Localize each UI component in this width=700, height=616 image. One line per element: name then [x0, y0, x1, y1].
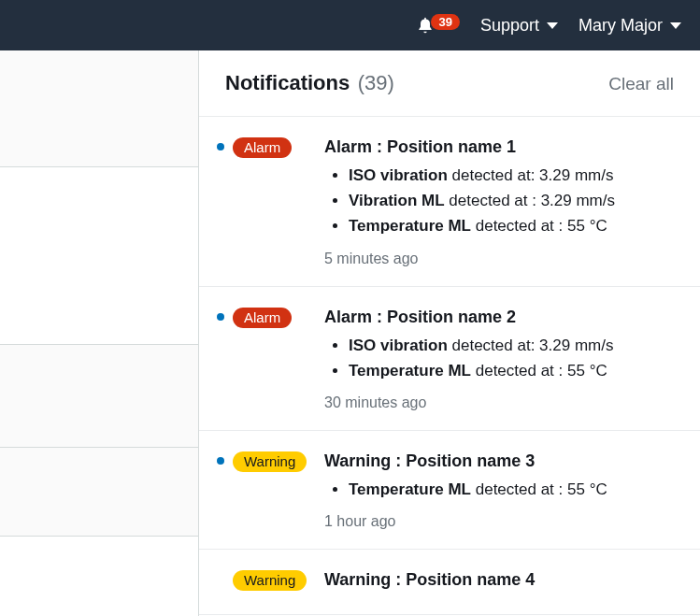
notification-details-list: ISO vibration detected at: 3.29 mm/sTemp… — [324, 333, 683, 383]
notification-timestamp: 30 minutes ago — [324, 394, 683, 411]
notification-detail: Vibration ML detected at : 3.29 mm/s — [349, 188, 683, 213]
user-menu[interactable]: Mary Major — [579, 16, 681, 36]
unread-indicator-column — [208, 451, 233, 530]
clear-all-button[interactable]: Clear all — [608, 74, 674, 94]
notification-item[interactable]: AlarmAlarm : Position name 1ISO vibratio… — [199, 117, 700, 287]
unread-indicator-column — [208, 570, 233, 595]
chevron-down-icon — [547, 22, 558, 29]
support-menu[interactable]: Support — [480, 16, 558, 36]
chevron-down-icon — [670, 22, 681, 29]
notifications-bell[interactable]: 39 — [416, 16, 459, 35]
notification-detail: ISO vibration detected at: 3.29 mm/s — [349, 163, 683, 188]
sidebar-section — [0, 167, 198, 345]
badge-column: Warning — [233, 570, 324, 595]
notifications-panel: Notifications (39) Clear all AlarmAlarm … — [198, 50, 700, 616]
notification-item[interactable]: AlarmAlarm : Position name 2ISO vibratio… — [199, 287, 700, 431]
notification-content: Warning : Position name 3Temperature ML … — [324, 451, 683, 530]
notification-timestamp: 5 minutes ago — [324, 251, 683, 267]
metric-value: detected at : 55 °C — [471, 480, 607, 498]
panel-count: (39) — [358, 71, 394, 94]
unread-dot-icon — [217, 313, 224, 321]
notification-title: Alarm : Position name 1 — [324, 137, 683, 157]
metric-name: ISO vibration — [349, 337, 448, 354]
top-navigation-bar: 39 Support Mary Major — [0, 0, 700, 50]
unread-dot-icon — [217, 143, 224, 150]
metric-value: detected at : 3.29 mm/s — [445, 192, 615, 209]
metric-name: Temperature ML — [349, 480, 471, 498]
support-label: Support — [480, 16, 539, 36]
panel-header: Notifications (39) Clear all — [199, 50, 700, 117]
notification-title: Warning : Position name 4 — [324, 570, 683, 590]
unread-indicator-column — [208, 308, 233, 411]
sidebar — [0, 50, 198, 616]
badge-column: Warning — [233, 451, 324, 530]
notification-detail: Temperature ML detected at : 55 °C — [349, 213, 683, 238]
alarm-badge: Alarm — [233, 308, 292, 328]
notification-count-badge: 39 — [431, 14, 459, 30]
badge-column: Alarm — [233, 137, 324, 267]
notification-title: Alarm : Position name 2 — [324, 308, 683, 327]
metric-value: detected at : 55 °C — [471, 362, 607, 380]
metric-name: Temperature ML — [349, 362, 471, 380]
notification-item[interactable]: WarningWarning : Position name 4 — [199, 550, 700, 615]
notification-detail: Temperature ML detected at : 55 °C — [349, 477, 683, 502]
sidebar-section — [0, 448, 198, 537]
user-label: Mary Major — [579, 16, 663, 36]
panel-title: Notifications — [225, 71, 350, 94]
warning-badge: Warning — [233, 451, 307, 472]
metric-name: Vibration ML — [349, 192, 445, 209]
metric-value: detected at: 3.29 mm/s — [448, 337, 614, 354]
notification-detail: ISO vibration detected at: 3.29 mm/s — [349, 333, 683, 358]
metric-name: ISO vibration — [349, 166, 448, 184]
alarm-badge: Alarm — [233, 137, 292, 158]
notification-detail: Temperature ML detected at : 55 °C — [349, 358, 683, 383]
notification-title: Warning : Position name 3 — [324, 451, 683, 471]
notification-list: AlarmAlarm : Position name 1ISO vibratio… — [199, 117, 700, 615]
notification-details-list: ISO vibration detected at: 3.29 mm/sVibr… — [324, 163, 683, 239]
notification-item[interactable]: WarningWarning : Position name 3Temperat… — [199, 431, 700, 550]
metric-value: detected at : 55 °C — [471, 217, 607, 235]
badge-column: Alarm — [233, 308, 324, 411]
notification-details-list: Temperature ML detected at : 55 °C — [324, 477, 683, 502]
sidebar-section — [0, 50, 198, 167]
metric-name: Temperature ML — [349, 217, 471, 235]
notification-content: Alarm : Position name 1ISO vibration det… — [324, 137, 683, 267]
warning-badge: Warning — [233, 570, 307, 591]
unread-dot-icon — [217, 457, 224, 465]
notification-content: Warning : Position name 4 — [324, 570, 683, 595]
metric-value: detected at: 3.29 mm/s — [448, 166, 614, 184]
notification-timestamp: 1 hour ago — [324, 513, 683, 530]
sidebar-section — [0, 345, 198, 448]
notification-content: Alarm : Position name 2ISO vibration det… — [324, 308, 683, 411]
unread-indicator-column — [208, 137, 233, 267]
